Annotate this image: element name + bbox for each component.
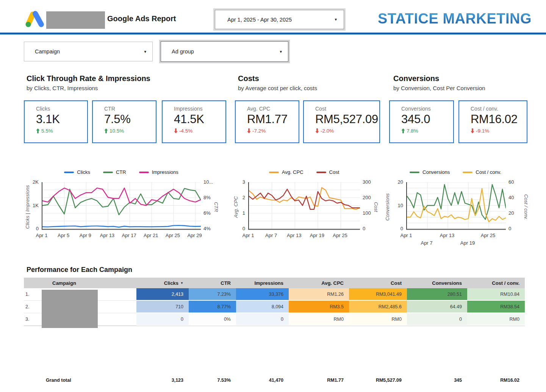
grand-total-conversions: 345 [407, 375, 467, 385]
plot-area [406, 182, 506, 230]
legend-item: CTR [103, 169, 126, 175]
table-row: 3. 0 0% 0 RM0 RM0 0 RM0 [24, 313, 525, 326]
right-axis-tick: 0 [363, 226, 365, 231]
legend-item: Cost [316, 169, 339, 175]
scorecard-delta: -7.2% [247, 128, 295, 134]
ctr-cell: 7.23% [189, 288, 236, 301]
impressions-cell: 0 [236, 313, 289, 326]
right-axis-tick: 20 [508, 210, 514, 216]
table-row: 2. 710 8.77% 8,094 RM3.5 RM2,485.6 64.49… [24, 301, 525, 313]
header-divider [0, 33, 546, 34]
chart-legend: ClicksCTRImpressions [42, 169, 201, 175]
x-axis-tick: Apr 21 [144, 233, 158, 238]
clicks-cell: 710 [136, 301, 189, 313]
brand-logo: STATICE MARKETING [362, 11, 532, 27]
left-axis-tick: 3 [231, 179, 245, 185]
scorecard-delta-value: -4.5% [179, 128, 192, 134]
scorecard-delta-value: -9.1% [476, 128, 489, 134]
ctr-cell: 8.77% [189, 301, 236, 313]
impressions-cell: 8,094 [236, 301, 289, 313]
legend-label: Conversions [422, 169, 450, 175]
grand-total-impressions: 41,470 [236, 375, 289, 385]
ctr-cell: 0% [189, 313, 236, 326]
legend-swatch [269, 172, 279, 173]
series-line-impressions [42, 188, 201, 205]
section-title-costs: Costs [238, 74, 259, 83]
legend-item: Impressions [139, 169, 178, 175]
row-rank: 1. [24, 288, 30, 301]
table-header-row: Campaign Clicks▼ CTR Impressions Avg. CP… [24, 278, 525, 288]
grand-total-clicks: 3,123 [136, 375, 189, 385]
campaign-filter-dropdown[interactable]: Campaign ▾ [24, 42, 153, 61]
series-line-avg-cpc [249, 187, 360, 209]
scorecard-value: RM5,527.09 [315, 112, 375, 126]
campaign-performance-table: Campaign Clicks▼ CTR Impressions Avg. CP… [24, 278, 525, 326]
left-axis-tick: 1 [231, 210, 245, 216]
right-axis-tick: 0 [508, 226, 511, 231]
grand-total-label: Grand total [24, 375, 136, 385]
arrow-down-icon [174, 128, 178, 133]
scorecard-value: 7.5% [104, 112, 152, 126]
chart-canvas [249, 182, 360, 229]
x-axis-tick: Apr 1 [400, 233, 412, 238]
campaign-filter-label: Campaign [35, 48, 60, 55]
column-header-campaign[interactable]: Campaign [24, 278, 136, 288]
x-axis-tick: Apr 7 [265, 233, 277, 238]
x-axis-tick: Apr 13 [100, 233, 114, 238]
x-axis-tick: Apr 13 [440, 233, 454, 238]
column-header-avg-cpc[interactable]: Avg. CPC [289, 278, 349, 288]
cost-per-conv-cell: RM0 [467, 313, 525, 326]
scorecard-value: 345.0 [401, 112, 449, 126]
scorecard-label: Cost / conv. [471, 106, 523, 112]
x-axis-tick: Apr 7 [421, 240, 432, 246]
scorecard-delta: -2.0% [315, 128, 375, 134]
scorecard-delta-value: -7.2% [252, 128, 266, 134]
chart-ctr-impressions: ClicksCTRImpressions Clicks | Impression… [15, 168, 222, 249]
row-rank: 2. [24, 301, 30, 313]
ad-group-filter-dropdown[interactable]: Ad group ▾ [161, 41, 288, 62]
series-line-clicks [42, 225, 201, 227]
legend-swatch [463, 172, 472, 173]
avg-cpc-cell: RM3.5 [289, 301, 349, 313]
column-header-cost-per-conv[interactable]: Cost / conv. [467, 278, 525, 288]
section-title-ctr-impressions: Click Through Rate & Impressions [27, 74, 150, 83]
scorecard-cost: Cost RM5,527.09 -2.0% [303, 100, 380, 143]
scorecard-label: CTR [104, 106, 152, 112]
conversions-cell: 64.49 [407, 301, 467, 313]
date-range-picker[interactable]: Apr 1, 2025 - Apr 30, 2025 ▾ [215, 10, 344, 29]
legend-swatch [410, 172, 419, 173]
column-header-cost[interactable]: Cost [349, 278, 407, 288]
legend-swatch [316, 172, 326, 173]
legend-label: Cost [329, 169, 339, 175]
chart-canvas [407, 182, 506, 229]
column-header-impressions[interactable]: Impressions [236, 278, 289, 288]
chart-costs: Avg. CPCCost Avg. CPC Cost 0123010020030… [227, 168, 386, 249]
scorecard-delta-value: 10.5% [110, 128, 124, 134]
cost-per-conv-cell: RM10.84 [467, 288, 525, 301]
google-ads-logo-icon [24, 10, 45, 29]
legend-item: Clicks [64, 169, 90, 175]
chart-canvas [42, 182, 201, 229]
scorecard-avg-cpc: Avg. CPC RM1.77 -7.2% [235, 100, 299, 143]
column-header-ctr[interactable]: CTR [189, 278, 236, 288]
x-axis-tick: Apr 29 [187, 233, 202, 238]
plot-area [248, 182, 360, 230]
right-axis-title: Cost [373, 200, 379, 215]
scorecard-delta: 10.5% [104, 128, 152, 134]
section-subtitle-conversions: by Conversion, Cost Per Conversion [393, 85, 485, 91]
legend-label: Impressions [152, 169, 178, 175]
x-axis-tick: Apr 5 [58, 233, 69, 238]
date-range-value: Apr 1, 2025 - Apr 30, 2025 [227, 17, 292, 23]
scorecard-label: Conversions [401, 106, 449, 112]
impressions-cell: 33,376 [236, 288, 289, 301]
section-title-conversions: Conversions [393, 74, 439, 83]
chart-legend: Avg. CPCCost [248, 169, 360, 175]
x-axis-tick: Apr 17 [122, 233, 136, 238]
column-header-conversions[interactable]: Conversions [407, 278, 467, 288]
x-axis-tick: Apr 19 [310, 233, 324, 238]
scorecard-value: 41.5K [174, 112, 222, 126]
x-axis-tick: Apr 19 [460, 240, 475, 246]
left-axis-tick: 10 [389, 203, 403, 208]
legend-swatch [103, 172, 113, 173]
column-header-clicks[interactable]: Clicks▼ [136, 278, 189, 288]
